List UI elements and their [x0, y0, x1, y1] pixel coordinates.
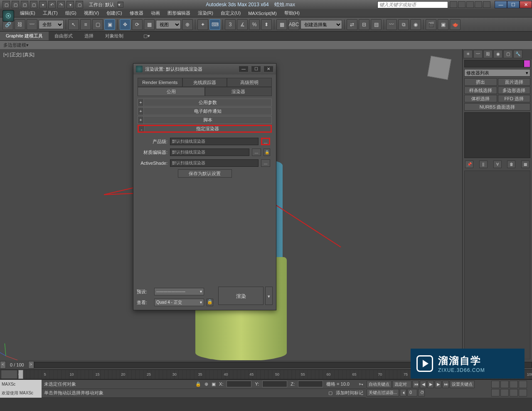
- autokey-button[interactable]: 自动关键点: [367, 381, 392, 388]
- modifier-button[interactable]: 多边形选择: [498, 87, 531, 94]
- tab-advanced-lighting[interactable]: 高级照明: [227, 78, 272, 87]
- qat-button[interactable]: ▢: [12, 1, 19, 8]
- tab-renderer[interactable]: 渲染器: [205, 87, 272, 96]
- render-dropdown-button[interactable]: ▾: [265, 287, 273, 305]
- selected-obj[interactable]: 选定对: [392, 381, 411, 388]
- walk-icon[interactable]: [510, 389, 518, 396]
- motion-tab-icon[interactable]: ◉: [493, 50, 502, 58]
- menu-rendering[interactable]: 渲染(R): [195, 9, 217, 17]
- ribbon-subpanel[interactable]: 多边形建模 ▾: [0, 41, 532, 49]
- zoom-all-icon[interactable]: [500, 381, 509, 388]
- workspace-label[interactable]: 工作台: 默认: [86, 2, 118, 8]
- modifier-stack[interactable]: [464, 112, 530, 158]
- ribbon-tab-graphite[interactable]: Graphite 建模工具: [0, 32, 49, 40]
- menu-maxscript[interactable]: MAXScript(M): [245, 10, 280, 17]
- named-selection-set[interactable]: 创建选择集: [300, 20, 342, 29]
- qat-dropdown[interactable]: ▾: [39, 1, 47, 8]
- expand-icon[interactable]: +: [138, 99, 144, 106]
- maximize-button[interactable]: ☐: [507, 1, 520, 8]
- snap-spinner-icon[interactable]: ⬍: [261, 19, 272, 30]
- render-setup-icon[interactable]: 🎬: [426, 19, 436, 30]
- viewcube-icon[interactable]: [427, 56, 451, 80]
- render-button[interactable]: 渲染: [218, 287, 264, 305]
- mirror-icon[interactable]: ⇄: [347, 19, 357, 30]
- dialog-titlebar[interactable]: 渲染设置: 默认扫描线渲染器 — ☐ ✕: [133, 64, 276, 74]
- scroll-left-icon[interactable]: <: [0, 361, 6, 369]
- collapse-icon[interactable]: -: [139, 126, 145, 131]
- choose-activeshade-renderer-button[interactable]: ...: [261, 159, 270, 167]
- move-icon[interactable]: ✥: [120, 19, 131, 30]
- object-color-swatch[interactable]: [524, 60, 530, 67]
- tab-common[interactable]: 公用: [138, 87, 205, 96]
- save-as-defaults-button[interactable]: 保存为默认设置: [178, 169, 232, 178]
- menu-grapheditors[interactable]: 图形编辑器: [164, 9, 194, 17]
- qat-dropdown[interactable]: ▾: [66, 1, 74, 8]
- choose-production-renderer-button[interactable]: ...: [261, 138, 270, 145]
- scroll-right-icon[interactable]: >: [28, 361, 34, 369]
- unlink-icon[interactable]: ⛓: [15, 19, 25, 30]
- create-tab-icon[interactable]: ✳: [463, 50, 473, 58]
- qat-button[interactable]: ▢: [76, 1, 83, 8]
- help-icon[interactable]: [450, 1, 457, 8]
- select-name-icon[interactable]: ≡: [80, 19, 91, 30]
- app-icon[interactable]: ⦿: [2, 10, 14, 22]
- select-window-icon[interactable]: ▣: [104, 19, 115, 30]
- snap-3d-icon[interactable]: 3: [225, 19, 236, 30]
- modifier-button[interactable]: 样条线选择: [464, 87, 497, 94]
- qat-button[interactable]: ▢: [30, 1, 37, 8]
- modifier-button[interactable]: NURBS 曲面选择: [464, 103, 530, 111]
- zoom-extents-icon[interactable]: [510, 381, 518, 388]
- named-sel-icon[interactable]: ▦: [276, 19, 287, 30]
- minimize-button[interactable]: —: [495, 1, 507, 8]
- menu-views[interactable]: 视图(V): [81, 9, 103, 17]
- rollout-scripts[interactable]: +脚本: [138, 116, 272, 124]
- menu-modifiers[interactable]: 修改器: [126, 9, 147, 17]
- object-name-input[interactable]: [464, 60, 524, 67]
- key-rev-icon[interactable]: ⏴: [400, 389, 406, 396]
- render-icon[interactable]: 🫖: [450, 19, 461, 30]
- select-manipulate-icon[interactable]: ✦: [197, 19, 208, 30]
- named-sel-edit-icon[interactable]: ABC: [288, 19, 299, 30]
- coord-icon[interactable]: ⊕: [204, 381, 208, 387]
- menu-customize[interactable]: 自定义(U): [217, 9, 244, 17]
- dialog-close-button[interactable]: ✕: [264, 66, 273, 72]
- pivot-icon[interactable]: ⊕: [182, 19, 193, 30]
- rollout-assign-renderer[interactable]: -指定渲染器: [138, 125, 272, 133]
- snap-angle-icon[interactable]: ∡: [237, 19, 248, 30]
- trackbar-config-icon[interactable]: [1, 370, 17, 379]
- close-button[interactable]: ✕: [520, 1, 532, 8]
- add-timetag[interactable]: 添加时间标记: [336, 390, 363, 396]
- view-dropdown[interactable]: Quad 4 - 正交▾: [154, 299, 204, 306]
- qat-button[interactable]: ▢: [2, 1, 10, 8]
- modifier-button[interactable]: 体积选择: [464, 95, 497, 102]
- rotate-icon[interactable]: ⟳: [132, 19, 143, 30]
- search-input[interactable]: [377, 1, 448, 8]
- orbit-icon[interactable]: [500, 389, 509, 396]
- menu-animation[interactable]: 动画: [148, 9, 163, 17]
- curve-editor-icon[interactable]: 〰: [386, 19, 397, 30]
- schematic-icon[interactable]: ⧉: [398, 19, 409, 30]
- help-icon[interactable]: [466, 1, 474, 8]
- maximize-viewport-icon[interactable]: [519, 389, 527, 396]
- menu-create[interactable]: 创建(C): [103, 9, 125, 17]
- qat-button[interactable]: ▢: [21, 1, 28, 8]
- make-unique-icon[interactable]: ∀: [493, 161, 502, 168]
- modifier-button[interactable]: 面片选择: [498, 78, 531, 86]
- x-input[interactable]: [227, 381, 251, 387]
- choose-medit-renderer-button[interactable]: ...: [252, 149, 261, 156]
- show-end-icon[interactable]: ||: [479, 161, 488, 168]
- expand-icon[interactable]: +: [138, 116, 144, 124]
- menu-group[interactable]: 组(G): [62, 9, 80, 17]
- align-icon[interactable]: ⊟: [359, 19, 369, 30]
- ref-coord-system[interactable]: 视图: [156, 20, 181, 29]
- material-editor-icon[interactable]: ◉: [410, 19, 421, 30]
- help-icon[interactable]: [458, 1, 466, 8]
- workspace-dropdown-icon[interactable]: ▾: [118, 2, 123, 7]
- help-icon[interactable]: [483, 1, 490, 8]
- viewport-label[interactable]: [+] [正交] [真实]: [3, 52, 34, 58]
- scale-icon[interactable]: ▦: [144, 19, 155, 30]
- play-end-icon[interactable]: ⏭: [442, 381, 449, 388]
- render-frame-icon[interactable]: ▣: [438, 19, 448, 30]
- pin-stack-icon[interactable]: 📌: [465, 161, 473, 168]
- preset-dropdown[interactable]: ---------------------▾: [154, 288, 204, 295]
